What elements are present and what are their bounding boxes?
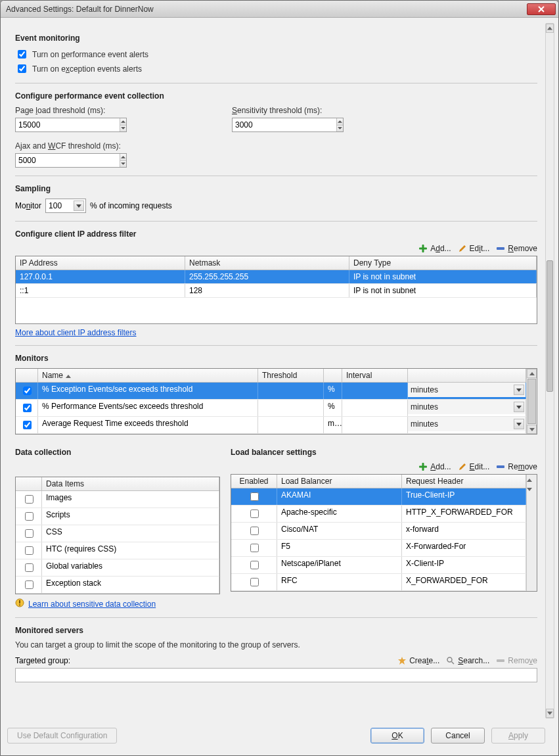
monitor-threshold-input[interactable] bbox=[258, 417, 324, 431]
page-load-input[interactable] bbox=[16, 118, 120, 131]
monitors-scrollbar[interactable] bbox=[526, 369, 537, 434]
ip-col-deny[interactable]: Deny Type bbox=[349, 256, 537, 270]
ip-col-netmask[interactable]: Netmask bbox=[185, 256, 349, 270]
search-button[interactable]: Search... bbox=[446, 656, 489, 665]
ajax-input[interactable] bbox=[16, 154, 120, 167]
ip-add-button[interactable]: Add... bbox=[418, 244, 451, 253]
lb-row[interactable]: Apache-specific HTTP_X_FORWARDED_FOR bbox=[231, 506, 526, 523]
lb-remove-button[interactable]: Remove bbox=[496, 462, 537, 471]
ip-edit-button[interactable]: Edit... bbox=[458, 244, 490, 253]
spin-up-icon[interactable] bbox=[337, 118, 343, 126]
svg-point-9 bbox=[447, 657, 452, 662]
lb-scrollbar[interactable] bbox=[526, 475, 537, 591]
chevron-down-icon[interactable] bbox=[514, 419, 524, 429]
data-item-checkbox[interactable] bbox=[25, 495, 34, 504]
data-item-checkbox[interactable] bbox=[25, 529, 34, 538]
sensitivity-spinner[interactable] bbox=[232, 118, 344, 132]
ip-row[interactable]: ::1 128 IP is not in subnet bbox=[16, 284, 537, 298]
spin-down-icon[interactable] bbox=[120, 126, 126, 132]
data-item-row[interactable]: HTC (requires CSS) bbox=[16, 542, 219, 559]
monitor-interval-input[interactable] bbox=[342, 383, 408, 397]
data-item-checkbox[interactable] bbox=[25, 580, 34, 589]
lb-col-name[interactable]: Load Balancer bbox=[277, 475, 402, 488]
lb-add-button[interactable]: Add... bbox=[418, 462, 451, 471]
data-item-row[interactable]: Scripts bbox=[16, 508, 219, 525]
lb-row[interactable]: RFC X_FORWARDED_FOR bbox=[231, 574, 526, 591]
lb-enabled-checkbox[interactable] bbox=[250, 509, 259, 518]
monitor-interval-input[interactable] bbox=[342, 400, 408, 414]
mon-col-unit[interactable] bbox=[324, 369, 342, 382]
lb-enabled-checkbox[interactable] bbox=[250, 578, 259, 586]
create-button[interactable]: Create... bbox=[397, 656, 439, 665]
lb-enabled-checkbox[interactable] bbox=[250, 561, 259, 569]
ok-button[interactable]: OK bbox=[370, 728, 424, 744]
targeted-group-input[interactable] bbox=[15, 668, 537, 682]
ajax-spinner[interactable] bbox=[15, 153, 127, 168]
scroll-down-icon[interactable] bbox=[546, 709, 554, 718]
lb-col-enabled[interactable]: Enabled bbox=[231, 475, 277, 488]
page-load-spinner[interactable] bbox=[15, 118, 127, 132]
data-learn-link[interactable]: Learn about sensitive data collection bbox=[28, 600, 156, 609]
chevron-down-icon[interactable] bbox=[74, 201, 84, 211]
mon-col-name[interactable]: Name bbox=[38, 369, 258, 382]
lb-enabled-checkbox[interactable] bbox=[250, 492, 259, 501]
ip-row[interactable]: 127.0.0.1 255.255.255.255 IP is not in s… bbox=[16, 270, 537, 284]
sampling-combo[interactable]: 100 bbox=[45, 199, 86, 213]
spin-down-icon[interactable] bbox=[120, 161, 126, 168]
lb-col-header[interactable]: Request Header bbox=[402, 475, 526, 488]
data-item-checkbox[interactable] bbox=[25, 512, 34, 521]
spin-down-icon[interactable] bbox=[337, 126, 343, 132]
data-item-row[interactable]: Global variables bbox=[16, 559, 219, 577]
ip-col-ip[interactable]: IP Address bbox=[16, 256, 185, 270]
scroll-down-icon[interactable] bbox=[527, 425, 537, 434]
scroll-up-icon[interactable] bbox=[527, 369, 537, 378]
exception-alerts-input[interactable] bbox=[18, 64, 26, 73]
lb-row[interactable]: AKAMAI True-Client-IP bbox=[231, 488, 526, 506]
data-item-checkbox[interactable] bbox=[25, 563, 34, 572]
scrollbar-thumb[interactable] bbox=[547, 260, 553, 392]
lb-name: Apache-specific bbox=[277, 506, 402, 522]
monitor-checkbox[interactable] bbox=[23, 404, 32, 412]
mon-col-interval[interactable]: Interval bbox=[342, 369, 408, 382]
data-item-row[interactable]: Exception stack bbox=[16, 577, 219, 594]
lb-row[interactable]: F5 X-Forwarded-For bbox=[231, 540, 526, 557]
mon-col-threshold[interactable]: Threshold bbox=[258, 369, 324, 382]
data-item-row[interactable]: CSS bbox=[16, 525, 219, 542]
perf-alerts-input[interactable] bbox=[18, 50, 26, 59]
lb-enabled-checkbox[interactable] bbox=[250, 527, 259, 535]
mon-col-check[interactable] bbox=[16, 369, 38, 382]
scroll-down-icon[interactable] bbox=[527, 484, 537, 493]
scroll-up-icon[interactable] bbox=[527, 475, 537, 484]
data-item-row[interactable]: Images bbox=[16, 491, 219, 508]
monitor-row[interactable]: % Performance Events/sec exceeds thresho… bbox=[16, 400, 526, 417]
exception-alerts-checkbox[interactable]: Turn on exception events alerts bbox=[15, 62, 537, 75]
close-button[interactable] bbox=[527, 3, 556, 15]
monitor-interval-input[interactable] bbox=[342, 417, 408, 431]
lb-edit-button[interactable]: Edit... bbox=[458, 462, 490, 471]
page-scrollbar[interactable] bbox=[545, 23, 554, 719]
data-col-header[interactable]: Data Items bbox=[42, 477, 219, 490]
monitor-threshold-input[interactable] bbox=[258, 400, 324, 414]
chevron-down-icon[interactable] bbox=[514, 385, 524, 395]
data-item-checkbox[interactable] bbox=[25, 546, 34, 555]
lb-row[interactable]: Cisco/NAT x-forward bbox=[231, 523, 526, 540]
lb-enabled-checkbox[interactable] bbox=[250, 544, 259, 552]
monitor-row[interactable]: Average Request Time exceeds threshold m… bbox=[16, 417, 526, 434]
sensitivity-input[interactable] bbox=[233, 118, 336, 131]
ip-more-link[interactable]: More about client IP address filters bbox=[15, 328, 137, 337]
monitor-row[interactable]: % Exception Events/sec exceeds threshold… bbox=[16, 383, 526, 400]
cancel-button[interactable]: Cancel bbox=[431, 728, 485, 744]
scrollbar-thumb[interactable] bbox=[527, 379, 536, 424]
ip-cell-deny: IP is not in subnet bbox=[349, 284, 537, 297]
ip-remove-button[interactable]: Remove bbox=[496, 244, 537, 253]
spin-up-icon[interactable] bbox=[120, 154, 126, 161]
monitor-threshold-input[interactable] bbox=[258, 383, 324, 397]
monitor-checkbox[interactable] bbox=[23, 421, 32, 429]
monitor-checkbox[interactable] bbox=[23, 387, 32, 395]
mon-col-interval-unit[interactable] bbox=[408, 369, 526, 382]
lb-row[interactable]: Netscape/iPlanet X-Client-IP bbox=[231, 557, 526, 574]
chevron-down-icon[interactable] bbox=[514, 402, 524, 412]
scroll-up-icon[interactable] bbox=[546, 24, 554, 33]
perf-alerts-checkbox[interactable]: Turn on performance event alerts bbox=[15, 48, 537, 60]
spin-up-icon[interactable] bbox=[120, 118, 126, 126]
